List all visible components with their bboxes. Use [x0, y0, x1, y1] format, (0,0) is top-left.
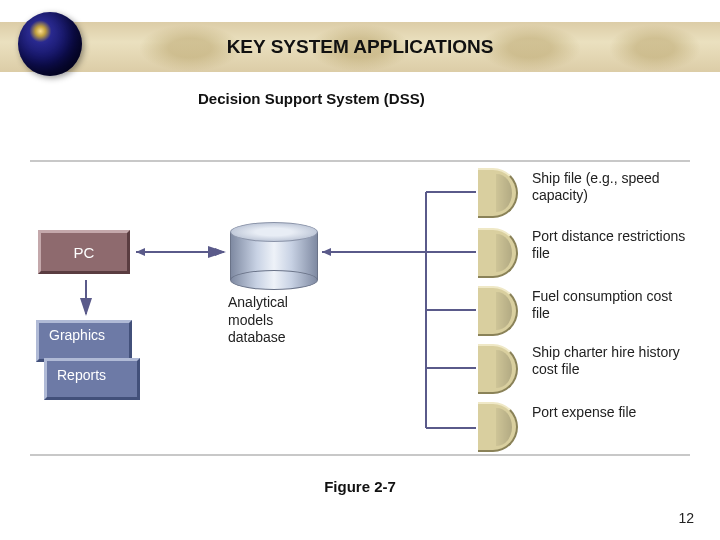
- page-number: 12: [678, 510, 694, 526]
- database-cylinder-icon: [230, 222, 318, 286]
- figure-area: PC Graphics Reports Analytical models da…: [30, 160, 690, 456]
- file-label: Fuel consumption cost file: [532, 288, 690, 322]
- graphics-node: Graphics: [36, 320, 132, 362]
- file-label: Port expense file: [532, 404, 690, 421]
- graphics-label: Graphics: [49, 327, 105, 343]
- figure-caption: Figure 2-7: [0, 478, 720, 495]
- database-label: Analytical models database: [228, 294, 328, 347]
- reports-node: Reports: [44, 358, 140, 400]
- pc-label: PC: [74, 244, 95, 261]
- slide-subtitle: Decision Support System (DSS): [198, 90, 425, 107]
- svg-marker-7: [322, 248, 331, 256]
- reports-label: Reports: [57, 367, 106, 383]
- file-label: Ship charter hire history cost file: [532, 344, 690, 378]
- svg-marker-4: [136, 248, 145, 256]
- file-label: Ship file (e.g., speed capacity): [532, 170, 690, 204]
- svg-marker-5: [215, 248, 224, 256]
- pc-node: PC: [38, 230, 130, 274]
- slide-title: KEY SYSTEM APPLICATIONS: [0, 36, 720, 58]
- file-label: Port distance restrictions file: [532, 228, 690, 262]
